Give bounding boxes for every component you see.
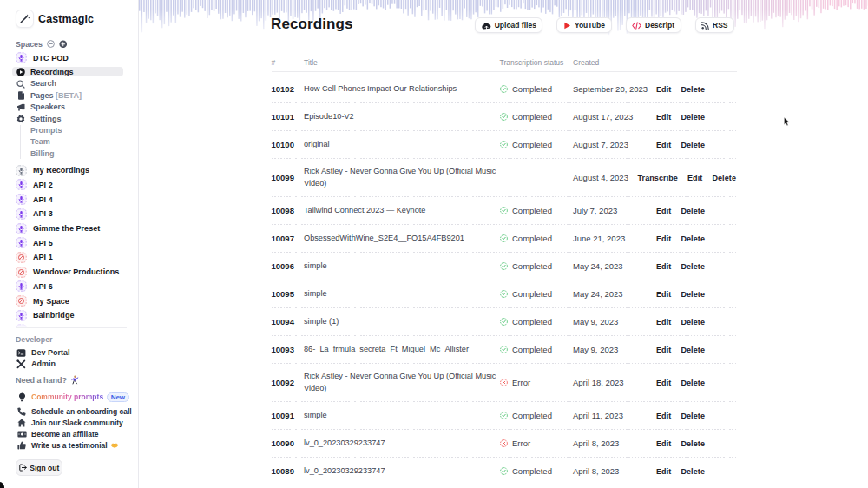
recording-title: Tailwind Connect 2023 — Keynote bbox=[304, 197, 508, 225]
row-actions: TranscribeEditDelete bbox=[637, 159, 736, 197]
sidebar-item-admin[interactable]: Admin bbox=[0, 359, 139, 370]
edit-link[interactable]: Edit bbox=[656, 207, 671, 215]
sidebar-item-community-prompts[interactable]: Community prompts New bbox=[0, 391, 139, 403]
x-circle-icon bbox=[500, 439, 508, 447]
sidebar-item-settings[interactable]: Settings bbox=[0, 113, 139, 125]
youtube-button[interactable]: YouTube bbox=[556, 17, 611, 33]
table-row: 10099Rick Astley - Never Gonna Give You … bbox=[272, 159, 737, 197]
sidebar-space-dtc-pod[interactable]: DTC POD bbox=[0, 50, 139, 65]
sidebar-item-dev-portal[interactable]: Dev Portal bbox=[0, 347, 139, 359]
sidebar-item-prompts[interactable]: Prompts bbox=[0, 124, 139, 136]
search-icon bbox=[16, 80, 25, 89]
edit-link[interactable]: Edit bbox=[656, 262, 671, 271]
sidebar-space-gimme-the-preset[interactable]: Gimme the Preset bbox=[0, 221, 139, 236]
sidebar-item-testimonial[interactable]: Write us a testimonial bbox=[0, 439, 139, 452]
disc-red-icon bbox=[16, 267, 27, 278]
delete-link[interactable]: Delete bbox=[681, 318, 705, 326]
add-space-icon[interactable] bbox=[59, 40, 68, 49]
mic-purple-icon bbox=[16, 194, 27, 205]
rss-button[interactable]: RSS bbox=[695, 17, 734, 33]
edit-link[interactable]: Edit bbox=[656, 290, 671, 299]
sidebar-item-slack-community[interactable]: Join our Slack community bbox=[0, 417, 139, 429]
sidebar-item-recordings[interactable]: Recordings bbox=[0, 66, 139, 78]
sidebar-space-api-1[interactable]: API 1 bbox=[0, 250, 139, 265]
sidebar-space-wendover-productions[interactable]: Wendover Productions bbox=[0, 265, 139, 280]
sidebar-space-api-2[interactable]: API 2 bbox=[0, 177, 139, 192]
space-name: API 6 bbox=[33, 282, 53, 291]
created-date: April 18, 2023 bbox=[573, 364, 624, 402]
created-date: June 21, 2023 bbox=[573, 225, 625, 253]
status-label: Error bbox=[512, 378, 530, 387]
recording-id: 10101 bbox=[272, 103, 294, 131]
tools-icon bbox=[16, 359, 26, 369]
sidebar-space-my-space[interactable]: My Space bbox=[0, 293, 139, 308]
delete-link[interactable]: Delete bbox=[681, 379, 705, 387]
edit-link[interactable]: Edit bbox=[687, 174, 702, 182]
created-date: May 9, 2023 bbox=[573, 308, 618, 336]
collapse-spaces-icon[interactable] bbox=[47, 40, 55, 48]
app-title: Castmagic bbox=[38, 13, 94, 25]
recording-id: 10094 bbox=[272, 308, 294, 336]
table-row: 10090lv_0_20230329233747ErrorApril 8, 20… bbox=[272, 430, 737, 458]
row-actions: EditDelete bbox=[656, 430, 705, 458]
row-actions: EditDelete bbox=[656, 197, 705, 225]
sign-out-button[interactable]: Sign out bbox=[16, 459, 62, 476]
delete-link[interactable]: Delete bbox=[681, 290, 705, 299]
edit-link[interactable]: Edit bbox=[656, 439, 671, 448]
youtube-play-icon bbox=[563, 22, 571, 30]
sidebar-space-bainbridge[interactable]: Bainbridge bbox=[0, 308, 139, 323]
table-row: 10091simpleCompletedApril 11, 2023EditDe… bbox=[272, 402, 737, 430]
sidebar-space-api-4[interactable]: API 4 bbox=[0, 192, 139, 207]
edit-link[interactable]: Edit bbox=[656, 412, 671, 420]
edit-link[interactable]: Edit bbox=[656, 379, 671, 387]
check-circle-icon bbox=[500, 412, 508, 419]
sidebar-item-onboarding-call[interactable]: Schedule an onboarding call bbox=[0, 406, 139, 418]
descript-button[interactable]: Descript bbox=[626, 17, 681, 33]
sidebar-item-pages[interactable]: Pages [BETA] bbox=[0, 89, 139, 102]
transcription-status: Completed bbox=[500, 131, 552, 159]
transcribe-link[interactable]: Transcribe bbox=[637, 174, 678, 182]
sidebar-item-team[interactable]: Team bbox=[0, 135, 139, 148]
check-circle-icon bbox=[500, 234, 508, 242]
sidebar-item-billing[interactable]: Billing bbox=[0, 148, 139, 160]
sidebar-space-api-5[interactable]: API 5 bbox=[0, 235, 139, 250]
dancer-emoji bbox=[70, 375, 79, 385]
delete-link[interactable]: Delete bbox=[681, 262, 705, 271]
transcription-status: Completed bbox=[500, 308, 552, 336]
recording-id: 10091 bbox=[272, 402, 294, 430]
delete-link[interactable]: Delete bbox=[681, 113, 705, 122]
sidebar-item-label: Pages [BETA] bbox=[30, 91, 82, 100]
delete-link[interactable]: Delete bbox=[712, 174, 736, 182]
sidebar-item-speakers[interactable]: Speakers bbox=[0, 101, 139, 113]
edit-link[interactable]: Edit bbox=[656, 85, 671, 94]
sidebar-item-search[interactable]: Search bbox=[0, 77, 139, 89]
edit-link[interactable]: Edit bbox=[656, 346, 671, 354]
delete-link[interactable]: Delete bbox=[681, 234, 705, 243]
upload-files-button[interactable]: Upload files bbox=[475, 17, 542, 33]
delete-link[interactable]: Delete bbox=[681, 346, 705, 354]
disc-red-icon bbox=[16, 295, 27, 307]
recording-title: ObsessedWithWine_S2E4__FO15A4FB9201 bbox=[304, 225, 508, 253]
recording-id: 10102 bbox=[272, 76, 294, 103]
row-actions: EditDelete bbox=[656, 225, 705, 253]
edit-link[interactable]: Edit bbox=[656, 113, 671, 122]
delete-link[interactable]: Delete bbox=[681, 207, 705, 215]
edit-link[interactable]: Edit bbox=[656, 467, 671, 476]
delete-link[interactable]: Delete bbox=[681, 141, 705, 149]
sidebar-space-api-3[interactable]: API 3 bbox=[0, 207, 139, 221]
page-title: Recordings bbox=[271, 16, 353, 33]
edit-link[interactable]: Edit bbox=[656, 141, 671, 149]
edit-link[interactable]: Edit bbox=[656, 234, 671, 243]
new-badge: New bbox=[107, 392, 128, 402]
delete-link[interactable]: Delete bbox=[681, 467, 705, 476]
castmagic-logo[interactable] bbox=[16, 10, 34, 28]
delete-link[interactable]: Delete bbox=[681, 85, 705, 94]
sidebar-space-my-recordings[interactable]: My Recordings bbox=[0, 163, 139, 178]
delete-link[interactable]: Delete bbox=[681, 439, 705, 448]
check-circle-icon bbox=[500, 207, 508, 214]
table-row: 10097ObsessedWithWine_S2E4__FO15A4FB9201… bbox=[272, 225, 737, 253]
delete-link[interactable]: Delete bbox=[681, 412, 705, 420]
lightbulb-icon bbox=[18, 392, 26, 402]
sidebar-space-api-6[interactable]: API 6 bbox=[0, 279, 139, 293]
edit-link[interactable]: Edit bbox=[656, 318, 671, 326]
